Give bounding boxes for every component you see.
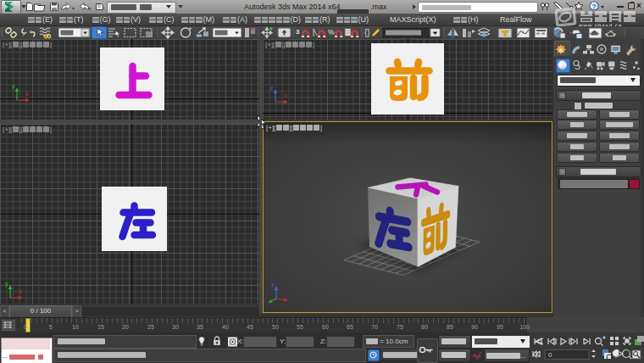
svg-text:{}: {} [364,28,370,37]
svg-text:%: % [328,28,335,36]
svg-text:3: 3 [296,28,300,36]
svg-text:0: 0 [548,351,552,359]
